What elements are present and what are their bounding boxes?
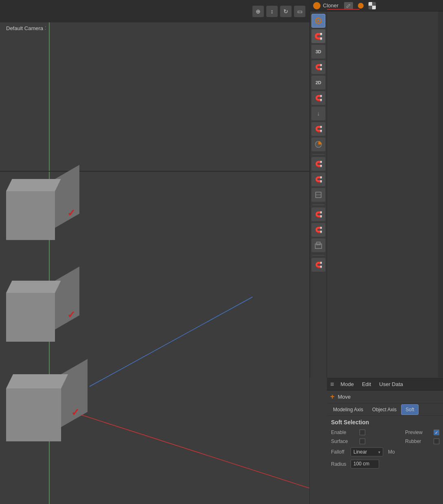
falloff-arrow-icon: ▾ bbox=[378, 450, 380, 454]
user-data-button[interactable]: User Data bbox=[377, 380, 405, 388]
cube-3-top bbox=[6, 374, 68, 388]
svg-rect-8 bbox=[317, 242, 320, 245]
modeling-axis-tab[interactable]: Modeling Axis bbox=[329, 404, 368, 415]
right-top-bar: Cloner bbox=[310, 0, 443, 11]
magnet-tool-1[interactable]: 🧲 bbox=[311, 29, 325, 43]
enable-preview-row: Enable Preview bbox=[331, 430, 439, 435]
tool-group4-1[interactable]: 🧲 bbox=[311, 258, 325, 272]
edit-button[interactable]: Edit bbox=[360, 380, 373, 388]
plus-icon: + bbox=[330, 393, 335, 401]
down-arrow-tool[interactable]: ↓ bbox=[311, 107, 325, 120]
right-scrollbar[interactable] bbox=[438, 11, 443, 377]
preview-label: Preview bbox=[405, 430, 430, 435]
cube-2-top bbox=[6, 281, 61, 293]
enable-label: Enable bbox=[331, 430, 355, 435]
falloff-dropdown[interactable]: Linear ▾ bbox=[351, 447, 383, 456]
rubber-label: Rubber bbox=[405, 439, 430, 444]
camera-label: Default Camera ⁚ bbox=[6, 25, 46, 31]
tool-group2-1[interactable]: 🧲 bbox=[311, 157, 325, 171]
falloff-row: Falloff Linear ▾ Mo bbox=[331, 447, 439, 456]
viewport-toolbar: ⊕ ↕ ↻ ▭ bbox=[0, 0, 309, 22]
radius-label: Radius bbox=[331, 461, 347, 467]
tool-strip: 🧲 3D 🧲 2D 🧲 ↓ 🧲 bbox=[310, 11, 327, 377]
soft-selection-panel: Soft Selection Enable Preview Surface Ru… bbox=[327, 416, 443, 475]
3d-label: 3D bbox=[316, 49, 321, 54]
object-axis-tab[interactable]: Object Axis bbox=[368, 404, 401, 415]
tool-divider-1 bbox=[312, 154, 325, 155]
tool-group3-1[interactable]: 🧲 bbox=[311, 207, 325, 221]
radius-value: 100 cm bbox=[353, 461, 369, 467]
move-icon[interactable]: ⊕ bbox=[252, 6, 264, 17]
surface-rubber-row: Surface Rubber bbox=[331, 439, 439, 444]
tool-group3-3[interactable] bbox=[311, 238, 325, 252]
hamburger-menu-icon[interactable]: ≡ bbox=[330, 381, 334, 388]
edit-pencil-icon[interactable] bbox=[344, 2, 353, 9]
right-panel: Cloner 🧲 3D 🧲 bbox=[309, 0, 443, 504]
checker-icon bbox=[368, 2, 376, 9]
move-section: + Move bbox=[327, 391, 443, 404]
cube-1-checkmark: ✓ bbox=[67, 207, 75, 219]
enable-checkbox[interactable] bbox=[360, 430, 365, 435]
viewport-separator bbox=[0, 171, 309, 172]
magnet-tool-2[interactable]: 🧲 bbox=[311, 60, 325, 74]
orange-dot-icon bbox=[358, 3, 364, 9]
axis-tabs-bar: Modeling Axis Object Axis Soft bbox=[327, 404, 443, 416]
bottom-panel: ≡ Mode Edit User Data + Move Modeling Ax… bbox=[327, 378, 443, 504]
tool-divider-3 bbox=[312, 255, 325, 255]
text-2d-tool[interactable]: 2D bbox=[311, 76, 325, 89]
surface-label: Surface bbox=[331, 439, 355, 444]
svg-point-3 bbox=[318, 20, 319, 22]
cloner-label: Cloner bbox=[323, 2, 338, 9]
tool-group2-2[interactable]: 🧲 bbox=[311, 172, 325, 186]
tool-divider-2 bbox=[312, 205, 325, 205]
mode-bar: ≡ Mode Edit User Data bbox=[327, 378, 443, 391]
viewport-area: ⊕ ↕ ↻ ▭ Default Camera ⁚ ✓ ✓ ✓ bbox=[0, 0, 309, 504]
cube-3-container: ✓ bbox=[6, 374, 96, 441]
cloner-underline bbox=[327, 9, 360, 10]
surface-checkbox[interactable] bbox=[360, 439, 365, 444]
tool-group2-3[interactable] bbox=[311, 188, 325, 202]
cursor-tool[interactable] bbox=[311, 14, 325, 28]
mode-button[interactable]: Mode bbox=[339, 380, 355, 388]
radius-row: Radius 100 cm bbox=[331, 460, 439, 469]
magnet-tool-3[interactable]: 🧲 bbox=[311, 91, 325, 105]
camera-dots-icon: ⁚ bbox=[45, 26, 46, 31]
text-3d-tool[interactable]: 3D bbox=[311, 45, 325, 59]
vertical-move-icon[interactable]: ↕ bbox=[266, 6, 278, 17]
move-label: Move bbox=[338, 394, 351, 400]
svg-line-1 bbox=[81, 415, 309, 488]
cube-1-container: ✓ bbox=[6, 179, 88, 240]
rotate-icon[interactable]: ↻ bbox=[280, 6, 292, 17]
cube-1-front bbox=[6, 191, 55, 240]
cube-1-top bbox=[6, 179, 61, 191]
tool-group3-2[interactable]: 🧲 bbox=[311, 223, 325, 237]
soft-tab[interactable]: Soft bbox=[401, 404, 419, 415]
2d-label: 2D bbox=[316, 80, 321, 85]
cube-2-front bbox=[6, 293, 55, 342]
cube-3-checkmark: ✓ bbox=[71, 407, 79, 418]
falloff-label: Falloff bbox=[331, 449, 347, 455]
rubber-checkbox[interactable] bbox=[434, 439, 439, 444]
falloff-value: Linear bbox=[353, 449, 367, 455]
mo-label: Mo bbox=[388, 449, 395, 455]
soft-selection-title: Soft Selection bbox=[331, 419, 439, 425]
cloner-sphere-icon bbox=[313, 2, 320, 9]
radius-input[interactable]: 100 cm bbox=[351, 460, 379, 469]
svg-line-0 bbox=[90, 297, 252, 386]
camera-label-text: Default Camera bbox=[6, 25, 43, 31]
cube-2-checkmark: ✓ bbox=[67, 309, 75, 321]
cube-2-container: ✓ bbox=[6, 281, 88, 342]
preview-checkbox[interactable] bbox=[434, 430, 439, 435]
cube-3-front bbox=[6, 388, 61, 441]
magnet-tool-4[interactable]: 🧲 bbox=[311, 122, 325, 136]
pie-chart-tool[interactable] bbox=[311, 137, 325, 151]
frame-icon[interactable]: ▭ bbox=[294, 6, 305, 17]
